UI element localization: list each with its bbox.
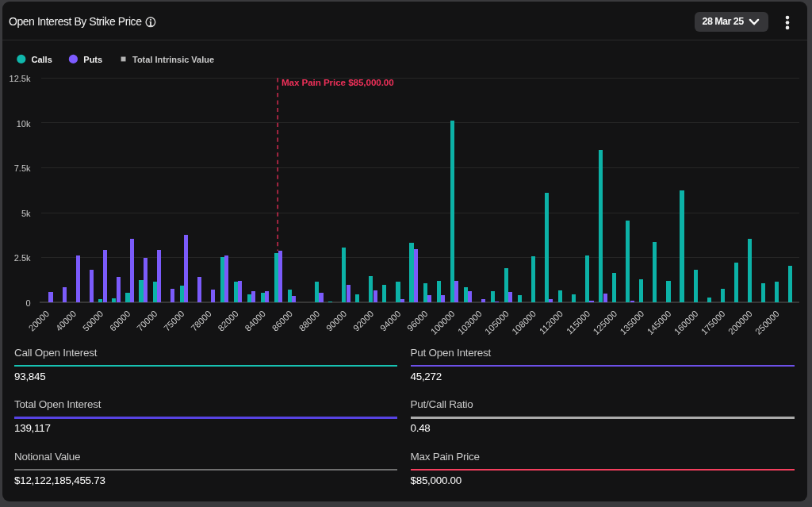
svg-text:60000: 60000: [108, 309, 132, 332]
svg-text:96000: 96000: [405, 309, 429, 332]
svg-text:84000: 84000: [243, 309, 267, 332]
svg-text:7.5k: 7.5k: [14, 163, 31, 173]
svg-text:125000: 125000: [591, 309, 619, 336]
svg-text:250000: 250000: [753, 309, 781, 336]
svg-text:105000: 105000: [483, 309, 511, 336]
svg-text:75000: 75000: [162, 309, 186, 332]
svg-text:70000: 70000: [135, 309, 159, 332]
svg-text:88000: 88000: [297, 309, 321, 332]
svg-text:0: 0: [25, 298, 30, 308]
svg-text:94000: 94000: [378, 309, 402, 332]
svg-text:5k: 5k: [21, 209, 31, 218]
svg-text:10k: 10k: [17, 119, 31, 129]
svg-text:86000: 86000: [270, 309, 294, 332]
svg-text:112000: 112000: [538, 309, 565, 336]
svg-text:115000: 115000: [565, 309, 592, 336]
svg-text:108000: 108000: [510, 309, 538, 336]
svg-text:50000: 50000: [81, 309, 105, 332]
svg-text:103000: 103000: [456, 309, 484, 336]
svg-text:78000: 78000: [189, 309, 213, 332]
svg-text:2.5k: 2.5k: [14, 253, 31, 263]
svg-text:135000: 135000: [619, 309, 646, 336]
svg-text:200000: 200000: [726, 309, 754, 336]
svg-text:Max Pain Price $85,000.00: Max Pain Price $85,000.00: [282, 77, 394, 87]
svg-text:20000: 20000: [27, 309, 51, 332]
svg-text:160000: 160000: [672, 309, 700, 336]
svg-text:12.5k: 12.5k: [10, 74, 31, 83]
svg-text:40000: 40000: [54, 309, 78, 332]
svg-text:175000: 175000: [699, 309, 727, 336]
svg-text:100000: 100000: [429, 309, 457, 336]
svg-text:82000: 82000: [216, 309, 239, 332]
svg-text:90000: 90000: [324, 309, 348, 332]
svg-text:145000: 145000: [645, 309, 673, 336]
svg-text:92000: 92000: [351, 309, 375, 332]
